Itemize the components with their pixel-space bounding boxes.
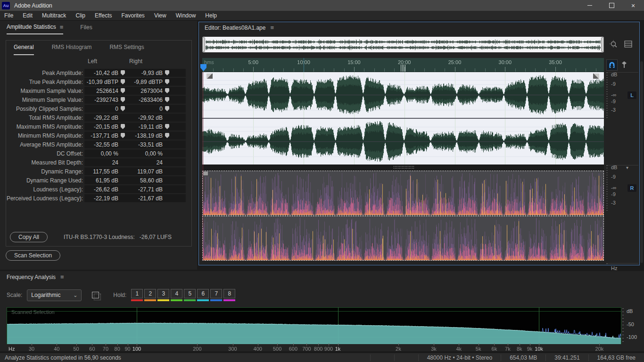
axis-tick [459, 343, 459, 346]
spectrogram-left-channel[interactable] [202, 171, 604, 215]
zoom-full-icon[interactable] [609, 40, 619, 49]
hold-button-4[interactable]: 4 [171, 289, 182, 298]
menu-window[interactable]: Window [171, 11, 201, 20]
ruler-controls [606, 59, 638, 71]
tab-rms-histogram[interactable]: RMS Histogram [52, 44, 92, 55]
db-tick-label: dB [627, 308, 633, 314]
hold-button-8[interactable]: 8 [223, 289, 235, 298]
channel-badge-left[interactable]: L [627, 91, 636, 99]
marker-pick-icon[interactable] [121, 97, 125, 102]
hz-tick-label: 6k [492, 346, 497, 352]
panel-menu-icon[interactable]: ≡ [270, 24, 274, 31]
selection-handle[interactable] [203, 172, 208, 175]
hold-slot: 4 [171, 289, 182, 301]
status-segment: 164,63 GB free [588, 354, 644, 361]
axis-tick [233, 343, 233, 346]
panel-menu-icon[interactable]: ≡ [60, 24, 64, 31]
marker-pick-icon[interactable] [121, 133, 125, 138]
copy-graph-icon[interactable] [92, 292, 99, 298]
stat-value-left: -20,15 dB [84, 123, 118, 130]
hz-tick-label: 2k [396, 346, 401, 352]
marker-pick-icon[interactable] [121, 124, 125, 129]
copy-all-button[interactable]: Copy All [10, 232, 48, 242]
stat-values: -137,71 dB-138,19 dB [84, 132, 186, 140]
hold-button-2[interactable]: 2 [144, 289, 156, 298]
snap-toggle-button[interactable] [606, 59, 618, 71]
stats-row: Loudness (Legacy):-26,62 dB-27,71 dB [6, 185, 191, 194]
marker-pick-icon[interactable] [121, 106, 125, 111]
hold-buttons: 12345678 [131, 289, 235, 301]
marker-pick-icon[interactable] [121, 70, 125, 75]
stat-label: Perceived Loudness (Legacy): [6, 195, 83, 202]
waveform-left-channel[interactable] [202, 72, 604, 118]
marker-pick-icon[interactable] [165, 79, 169, 84]
add-marker-icon[interactable] [621, 60, 627, 70]
menu-clip[interactable]: Clip [71, 11, 90, 20]
menu-view[interactable]: View [149, 11, 171, 20]
status-spacer [370, 354, 394, 361]
marker-pick-icon[interactable] [165, 133, 169, 138]
stat-values: -20,15 dB-19,11 dB [84, 123, 186, 131]
tab-label: Amplitude Statistics [7, 24, 56, 30]
display-mode-icon[interactable] [624, 40, 633, 49]
stats-row: Peak Amplitude:-10,42 dB-9,93 dB [6, 68, 191, 77]
marker-pick-icon[interactable] [121, 79, 125, 84]
time-label: 10:00 [297, 59, 310, 65]
hold-button-1[interactable]: 1 [131, 289, 143, 298]
overview-left-handle[interactable] [202, 37, 205, 52]
tab-rms-settings[interactable]: RMS Settings [109, 44, 144, 55]
timeline-ruler[interactable]: hms 5:0010:0015:0020:0025:0030:0035:00 [202, 58, 604, 72]
tab-amplitude-statistics[interactable]: Amplitude Statistics ≡ [7, 20, 63, 34]
overview-right-handle[interactable] [601, 37, 604, 52]
hold-button-5[interactable]: 5 [184, 289, 196, 298]
fade-in-handle[interactable] [206, 74, 213, 79]
stat-values: 0,00 %0,00 % [84, 149, 186, 157]
restore-button[interactable] [601, 0, 622, 11]
vertical-zoom-scrollbar[interactable] [640, 61, 643, 263]
menu-file[interactable]: File [0, 11, 18, 20]
marker-pick-icon[interactable] [165, 97, 169, 102]
tab-files[interactable]: Files [80, 21, 92, 34]
tab-general[interactable]: General [14, 44, 34, 55]
axis-tick [306, 343, 307, 346]
stat-value-right: 119,07 dB [128, 168, 163, 175]
stat-label: Average RMS Amplitude: [6, 141, 83, 148]
menu-favorites[interactable]: Favorites [117, 11, 149, 20]
scan-selection-button[interactable]: Scan Selection [6, 250, 60, 261]
fade-out-handle[interactable] [593, 74, 599, 79]
menu-effects[interactable]: Effects [90, 11, 116, 20]
hold-button-7[interactable]: 7 [210, 289, 222, 298]
collapse-spectral-icon[interactable]: ▾ [626, 165, 628, 170]
db-scale-label: -9 [611, 99, 616, 104]
marker-pick-icon[interactable] [165, 106, 169, 111]
db-scale-label: -9 [611, 174, 616, 180]
axis-tick [32, 343, 32, 346]
stat-value-right: 24 [128, 159, 163, 166]
frequency-chart[interactable]: Scanned Selection [7, 307, 621, 344]
marker-pick-icon[interactable] [165, 70, 169, 75]
stats-row: Perceived Loudness (Legacy):-22,19 dB-21… [6, 194, 191, 203]
spectrogram-right-channel[interactable] [202, 216, 604, 261]
stat-value-left: -10,39 dBTP [84, 79, 118, 85]
stat-values: -26,62 dB-27,71 dB [84, 185, 186, 193]
channel-badge-right[interactable]: R [627, 184, 636, 192]
minimize-button[interactable] [579, 0, 601, 11]
marker-pick-icon[interactable] [165, 124, 169, 129]
hold-button-6[interactable]: 6 [197, 289, 209, 298]
panel-menu-icon[interactable]: ≡ [60, 273, 64, 280]
marker-pick-icon[interactable] [121, 88, 125, 93]
db-scale-label: dB [611, 165, 617, 170]
close-button[interactable]: × [622, 0, 644, 11]
waveform-spectral-splitter[interactable] [202, 165, 604, 171]
menu-multitrack[interactable]: Multitrack [37, 11, 71, 20]
waveform-right-channel[interactable] [202, 119, 604, 165]
minimize-icon [587, 5, 592, 6]
menu-edit[interactable]: Edit [18, 11, 37, 20]
scale-dropdown[interactable]: Logarithmic ⌄ [27, 289, 82, 301]
marker-pick-icon[interactable] [165, 88, 169, 93]
stat-label: Possibly Clipped Samples: [6, 106, 83, 112]
overview-navigator[interactable] [202, 37, 604, 52]
hold-button-3[interactable]: 3 [157, 289, 169, 298]
menu-help[interactable]: Help [200, 11, 222, 20]
restore-icon [609, 3, 614, 8]
